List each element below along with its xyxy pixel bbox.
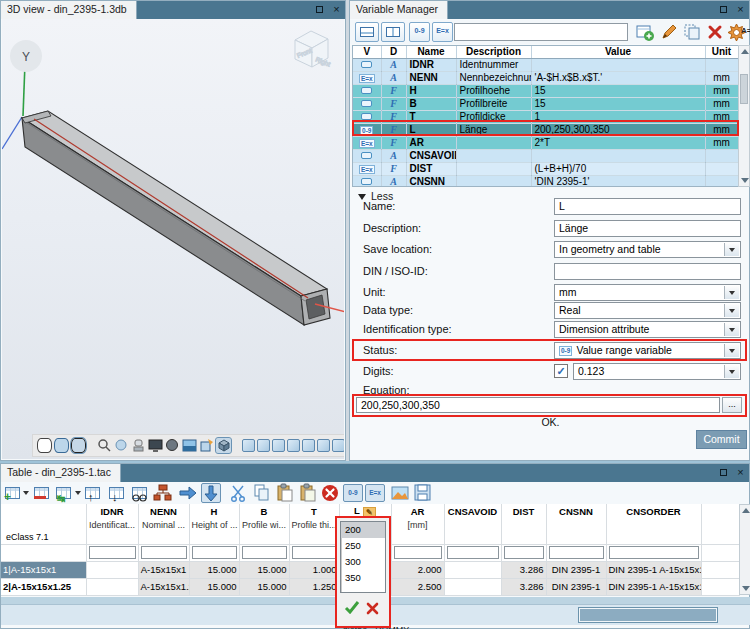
cancel-x-icon[interactable] bbox=[366, 601, 379, 619]
zoom-icon[interactable] bbox=[97, 438, 112, 453]
show-equations-toggle[interactable]: E=x bbox=[365, 484, 385, 502]
tab-3d-view[interactable]: 3D view - din_2395-1.3db bbox=[1, 1, 137, 19]
delete-row-icon[interactable] bbox=[32, 483, 52, 503]
viewcube-toggle-icon[interactable] bbox=[216, 438, 231, 453]
variable-search-input[interactable] bbox=[454, 23, 628, 41]
row-header-selected[interactable]: 1|A-15x15x1 bbox=[1, 561, 86, 578]
variable-row-idnr[interactable]: A IDNRIdentnummer bbox=[353, 58, 738, 71]
col-b[interactable]: B bbox=[239, 504, 289, 518]
identification-type-select[interactable]: Dimension attribute bbox=[554, 321, 741, 338]
save-location-select[interactable]: In geometry and table bbox=[554, 241, 741, 258]
nav-cube[interactable]: Front Right bbox=[295, 31, 331, 69]
tab-variable-manager[interactable]: Variable Manager bbox=[350, 1, 448, 19]
col-cnsnn[interactable]: CNSNN bbox=[546, 504, 606, 518]
screen-icon[interactable] bbox=[148, 438, 163, 453]
tab-table[interactable]: Table - din_2395-1.tac bbox=[1, 464, 121, 482]
delete-cells-icon[interactable] bbox=[320, 483, 340, 503]
equation-field[interactable]: 200,250,300,350 bbox=[356, 397, 720, 413]
view-right-icon[interactable] bbox=[287, 439, 300, 452]
value-range-listbox[interactable]: 200 250 300 350 bbox=[340, 521, 386, 593]
col-cnsavoid[interactable]: CNSAVOID bbox=[444, 504, 501, 518]
add-variable-icon[interactable] bbox=[636, 23, 655, 42]
commit-button[interactable]: Commit bbox=[696, 430, 747, 449]
render-shaded-edges-icon[interactable] bbox=[71, 438, 86, 453]
coordsys-icon[interactable] bbox=[199, 438, 214, 453]
col-nenn[interactable]: NENN bbox=[138, 504, 189, 518]
viewport-3d[interactable]: Front Right bbox=[2, 19, 344, 459]
col-header-unit[interactable]: Unit bbox=[705, 46, 738, 58]
name-field[interactable]: L bbox=[554, 198, 741, 215]
variables-grid-scrollbar[interactable] bbox=[738, 45, 750, 187]
variable-row-nenn[interactable]: E=x A NENNNennbezeichnung 'A-$H.x$B.x$T.… bbox=[353, 71, 738, 84]
insert-row-below-icon[interactable]: ↓ bbox=[107, 483, 127, 503]
variable-row-dist[interactable]: E=x F DIST (L+B+H)/70 bbox=[353, 162, 738, 175]
filter-input-h[interactable] bbox=[192, 546, 237, 559]
maximize-icon[interactable] bbox=[311, 1, 328, 19]
col-header-value[interactable]: Value bbox=[531, 46, 705, 58]
filter-input-t[interactable] bbox=[292, 546, 337, 559]
orbit-icon[interactable] bbox=[114, 438, 129, 453]
modify-rows-menu-caret[interactable] bbox=[75, 491, 81, 495]
filter-input-ar[interactable] bbox=[394, 546, 442, 559]
close-icon[interactable]: × bbox=[328, 1, 345, 19]
unit-select[interactable]: mm bbox=[554, 284, 741, 301]
col-idnr[interactable]: IDNR bbox=[86, 504, 138, 518]
render-shaded-icon[interactable] bbox=[54, 438, 69, 453]
view-iso-icon[interactable] bbox=[332, 439, 344, 452]
paste-special-icon[interactable] bbox=[298, 483, 318, 503]
close-icon[interactable]: × bbox=[732, 464, 749, 482]
insert-row-above-icon[interactable]: ↑ bbox=[83, 483, 103, 503]
transfer-down-icon[interactable] bbox=[201, 483, 221, 503]
col-header-name[interactable]: Name bbox=[406, 46, 456, 58]
view-back-icon[interactable] bbox=[257, 439, 270, 452]
variable-row-b[interactable]: F BProfilbreite 15mm bbox=[353, 97, 738, 110]
hierarchy-icon[interactable] bbox=[153, 483, 173, 503]
spotlight-icon[interactable] bbox=[131, 438, 146, 453]
cut-icon[interactable] bbox=[229, 483, 249, 503]
col-ar[interactable]: AR bbox=[391, 504, 444, 518]
digits-select[interactable]: 0.123 bbox=[573, 363, 741, 380]
status-select[interactable]: 0-9Value range variable bbox=[554, 342, 741, 359]
view-bottom-icon[interactable] bbox=[317, 439, 330, 452]
save-icon[interactable] bbox=[413, 483, 433, 503]
rename-variables-icon[interactable]: A=3 bbox=[741, 26, 750, 45]
col-dist[interactable]: DIST bbox=[501, 504, 546, 518]
filter-input-dist[interactable] bbox=[504, 546, 544, 559]
view-top-icon[interactable] bbox=[302, 439, 315, 452]
sphere-icon[interactable] bbox=[165, 438, 180, 453]
din-iso-id-field[interactable] bbox=[554, 263, 741, 280]
col-header-description[interactable]: Description bbox=[456, 46, 531, 58]
delete-variable-icon[interactable] bbox=[706, 23, 725, 42]
filter-input-b[interactable] bbox=[242, 546, 287, 559]
show-value-ranges-toggle[interactable]: 0-9 bbox=[343, 484, 363, 502]
paste-icon[interactable] bbox=[275, 483, 295, 503]
chevron-down-icon[interactable] bbox=[724, 304, 739, 317]
variable-row-ar[interactable]: E=x F AR 2*Tmm bbox=[353, 136, 738, 149]
digits-checkbox[interactable]: ✓ bbox=[554, 364, 568, 378]
background-icon[interactable] bbox=[182, 438, 197, 453]
chevron-down-icon[interactable] bbox=[724, 344, 739, 357]
copy-variable-icon[interactable] bbox=[683, 23, 702, 42]
chevron-down-icon[interactable] bbox=[724, 243, 739, 256]
add-row-icon[interactable]: + bbox=[3, 483, 23, 503]
maximize-icon[interactable] bbox=[715, 1, 732, 19]
equation-more-button[interactable]: ... bbox=[722, 397, 742, 413]
description-field[interactable]: Länge bbox=[554, 220, 741, 237]
filter-input-idnr[interactable] bbox=[89, 546, 136, 559]
render-wireframe-icon[interactable] bbox=[37, 438, 52, 453]
view-front-icon[interactable] bbox=[242, 439, 255, 452]
col-header-v[interactable]: V bbox=[353, 46, 381, 58]
col-header-d[interactable]: D bbox=[381, 46, 406, 58]
filter-input-cnsavoid[interactable] bbox=[447, 546, 499, 559]
chevron-down-icon[interactable] bbox=[724, 286, 739, 299]
accept-check-icon[interactable] bbox=[344, 600, 360, 618]
variable-row-cnsavoid[interactable]: A CNSAVOID bbox=[353, 149, 738, 162]
chevron-down-icon[interactable] bbox=[724, 323, 739, 336]
modify-rows-icon[interactable]: ↹ bbox=[54, 483, 74, 503]
table-grid-scrollbar[interactable] bbox=[739, 504, 750, 595]
row-header[interactable]: 2|A-15x15x1.25 bbox=[1, 578, 86, 595]
col-h[interactable]: H bbox=[189, 504, 239, 518]
copy-icon[interactable] bbox=[252, 483, 272, 503]
value-option[interactable]: 350 bbox=[341, 570, 385, 586]
variable-row-h[interactable]: F HProfilhoehe 15mm bbox=[353, 84, 738, 97]
